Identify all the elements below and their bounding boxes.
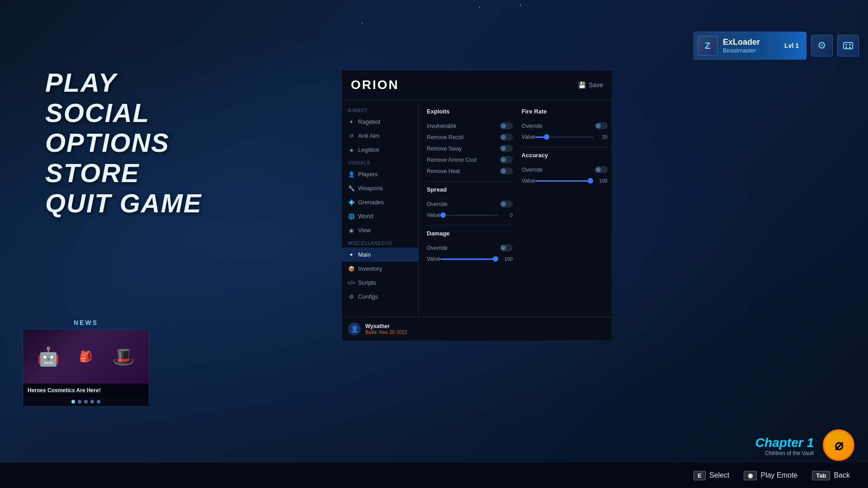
- select-label: Select: [709, 471, 729, 479]
- nav-item-view[interactable]: ◉ View: [342, 223, 418, 237]
- row-damage-value: Value 100: [427, 253, 513, 264]
- player-hud: Z ExLoader Beastmaster Lvl 1 ⚙: [693, 32, 859, 60]
- build-label: Build:: [365, 329, 378, 335]
- invulnerable-label: Invulnerable: [427, 123, 456, 129]
- orion-nav: Aimbot ✦ Ragebot ↺ Anti Aim ◈ Legitbot V…: [342, 100, 419, 317]
- nav-item-main[interactable]: ✦ Main: [342, 248, 418, 262]
- inventory-icon: 📦: [348, 266, 354, 272]
- menu-item-social[interactable]: SOCIAL: [45, 98, 202, 128]
- row-remove-heat: Remove Heat: [427, 165, 513, 177]
- remove-ammo-toggle[interactable]: [500, 156, 513, 163]
- dot-2[interactable]: [78, 400, 81, 404]
- orion-panel: ORION 💾 Save Aimbot ✦ Ragebot ↺ Anti Aim: [341, 70, 613, 341]
- row-accuracy-value: Value 100: [522, 175, 608, 186]
- news-title: Heroes Cosmetics Are Here!: [23, 384, 149, 397]
- row-accuracy-override: Override: [522, 164, 608, 175]
- news-dots: [23, 397, 149, 406]
- divider-3: [522, 147, 608, 147]
- row-spread-override: Override: [427, 198, 513, 210]
- damage-override-toggle[interactable]: [500, 244, 513, 251]
- news-char-3: 🎩: [112, 346, 135, 367]
- nav-item-configs[interactable]: ⚙ Configs: [342, 290, 418, 304]
- damage-title: Damage: [427, 230, 513, 237]
- row-remove-ammo: Remove Ammo Cost: [427, 154, 513, 165]
- main-menu: PLAY SOCIAL OPTIONS STORE QUIT GAME: [45, 68, 202, 218]
- nav-item-scripts[interactable]: </> Scripts: [342, 276, 418, 290]
- configs-icon: ⚙: [348, 294, 354, 300]
- build-date: Build: Nov 20 2022: [365, 329, 407, 335]
- row-damage-override: Override: [427, 242, 513, 253]
- game-background: PLAY SOCIAL OPTIONS STORE QUIT GAME Z Ex…: [0, 0, 868, 488]
- player-level: Lvl 1: [784, 42, 799, 49]
- nav-item-inventory[interactable]: 📦 Inventory: [342, 262, 418, 276]
- chapter-subtitle: Children of the Vault: [755, 450, 814, 456]
- accuracy-slider-track: [535, 180, 593, 182]
- user-small-avatar: 👤: [348, 323, 361, 335]
- damage-slider[interactable]: 100: [440, 256, 513, 262]
- divider-1: [427, 181, 513, 182]
- invulnerable-toggle[interactable]: [500, 122, 513, 129]
- menu-item-store[interactable]: STORE: [45, 158, 202, 188]
- nav-item-legitbot[interactable]: ◈ Legitbot: [342, 143, 418, 157]
- player-name: ExLoader: [723, 38, 760, 47]
- firerate-slider-value: 20: [597, 134, 608, 140]
- row-remove-recoil: Remove Recoil: [427, 131, 513, 143]
- spread-slider-thumb[interactable]: [440, 212, 446, 218]
- nav-item-antiaim[interactable]: ↺ Anti Aim: [342, 129, 418, 143]
- row-spread-value: Value 0: [427, 210, 513, 221]
- remove-sway-toggle[interactable]: [500, 145, 513, 152]
- dot-1[interactable]: [71, 400, 75, 404]
- menu-item-quit[interactable]: QUIT GAME: [45, 188, 202, 219]
- nav-item-grenades[interactable]: 💠 Grenades: [342, 195, 418, 209]
- row-invulnerable: Invulnerable: [427, 120, 513, 131]
- view-icon: ◉: [348, 227, 354, 234]
- orion-header: ORION 💾 Save: [342, 70, 612, 100]
- row-firerate-override: Override: [522, 120, 608, 131]
- save-button[interactable]: 💾 Save: [578, 81, 603, 89]
- accuracy-value-label: Value: [522, 178, 535, 184]
- accuracy-override-toggle[interactable]: [595, 166, 608, 173]
- nav-item-players[interactable]: 👤 Players: [342, 167, 418, 181]
- nav-item-ragebot[interactable]: ✦ Ragebot: [342, 115, 418, 129]
- news-panel: NEWS 🤖 🎒 🎩 Heroes Cosmetics Are Here!: [23, 319, 149, 407]
- accuracy-slider-fill: [535, 180, 593, 182]
- content-columns: Exploits Invulnerable Remove Recoil Remo…: [427, 106, 604, 264]
- firerate-slider[interactable]: 20: [535, 134, 608, 140]
- firerate-slider-thumb[interactable]: [544, 134, 549, 140]
- remove-heat-toggle[interactable]: [500, 168, 513, 174]
- footer-bar: E Select ◉ Play Emote Tab Back: [0, 463, 868, 488]
- accuracy-slider-thumb[interactable]: [588, 178, 593, 183]
- news-image: 🤖 🎒 🎩: [23, 329, 149, 384]
- orion-body: Aimbot ✦ Ragebot ↺ Anti Aim ◈ Legitbot V…: [342, 100, 612, 317]
- damage-slider-thumb[interactable]: [493, 256, 498, 262]
- accuracy-slider[interactable]: 100: [535, 178, 608, 183]
- back-label: Back: [834, 471, 850, 479]
- nav-section-visuals: Visuals: [342, 157, 418, 167]
- menu-item-play[interactable]: PLAY: [45, 68, 202, 98]
- damage-slider-value: 100: [502, 256, 513, 262]
- chapter-title: Chapter 1: [755, 436, 814, 450]
- back-key: Tab: [812, 471, 830, 480]
- spread-override-toggle[interactable]: [500, 201, 513, 207]
- weapons-icon: 🔧: [348, 185, 354, 192]
- dot-3[interactable]: [84, 400, 88, 404]
- nav-item-weapons[interactable]: 🔧 Weapons: [342, 181, 418, 195]
- spread-slider-value: 0: [502, 212, 513, 218]
- settings-button[interactable]: ⚙: [811, 35, 833, 56]
- right-column: Fire Rate Override Value: [522, 106, 608, 264]
- left-column: Exploits Invulnerable Remove Recoil Remo…: [427, 106, 513, 264]
- svg-point-3: [845, 47, 847, 48]
- dot-5[interactable]: [97, 400, 100, 404]
- dot-4[interactable]: [90, 400, 94, 404]
- accuracy-override-label: Override: [522, 167, 542, 173]
- nav-item-world[interactable]: 🌐 World: [342, 209, 418, 223]
- spread-slider[interactable]: 0: [440, 212, 513, 218]
- news-card[interactable]: 🤖 🎒 🎩 Heroes Cosmetics Are Here!: [23, 329, 149, 407]
- save-icon: 💾: [578, 81, 586, 89]
- user-build-info: Wyxather Build: Nov 20 2022: [365, 323, 407, 335]
- remove-recoil-toggle[interactable]: [500, 134, 513, 141]
- firerate-override-toggle[interactable]: [595, 122, 608, 129]
- avatar: Z: [698, 36, 717, 56]
- social-button[interactable]: [837, 35, 859, 56]
- menu-item-options[interactable]: OPTIONS: [45, 128, 202, 158]
